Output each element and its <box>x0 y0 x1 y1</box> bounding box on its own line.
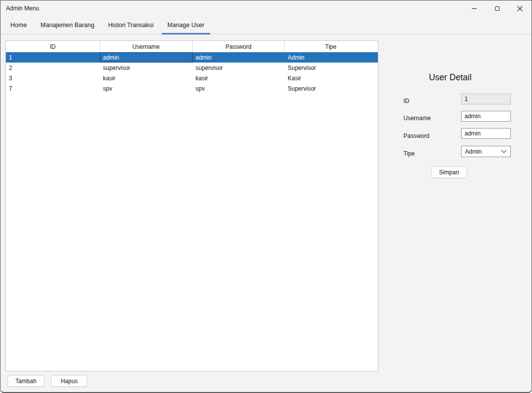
cell-password[interactable]: admin <box>193 52 285 63</box>
tipe-label: Tipe <box>403 148 415 159</box>
password-field[interactable] <box>461 128 511 139</box>
cell-id[interactable]: 2 <box>6 63 100 73</box>
tab-home[interactable]: Home <box>3 16 33 34</box>
cell-username[interactable]: spv <box>100 83 193 94</box>
close-button[interactable] <box>508 0 531 16</box>
tab-histori-transaksi-label: Histori Transaksi <box>108 22 153 29</box>
chevron-down-icon <box>501 150 507 153</box>
cell-password[interactable]: spv <box>193 83 285 94</box>
username-label: Username <box>403 113 431 124</box>
table-row[interactable]: 3 kasir kasir Kasir <box>6 73 378 83</box>
window-controls <box>463 0 531 16</box>
cell-tipe[interactable]: Supervisor <box>285 83 377 94</box>
users-table-header: ID Username Password Tipe <box>6 41 378 52</box>
cell-tipe[interactable]: Admin <box>285 52 377 63</box>
password-label: Password <box>403 131 430 141</box>
active-tab-underline <box>162 33 210 34</box>
minimize-icon <box>472 8 477 9</box>
tambah-button[interactable]: Tambah <box>7 375 44 387</box>
column-header-password[interactable]: Password <box>193 41 285 52</box>
table-row[interactable]: 2 supervisor supervisor Supervisor <box>6 63 378 73</box>
tab-home-label: Home <box>10 22 27 29</box>
minimize-button[interactable] <box>463 0 486 16</box>
tab-manajemen-barang-label: Manajemen Barang <box>40 22 94 29</box>
close-icon <box>517 6 523 11</box>
cell-username[interactable]: supervisor <box>100 63 193 73</box>
username-field[interactable] <box>461 111 511 122</box>
cell-id[interactable]: 3 <box>6 73 100 83</box>
table-row[interactable]: 1 admin admin Admin <box>6 52 378 63</box>
id-field[interactable] <box>461 94 511 104</box>
simpan-button[interactable]: Simpan <box>431 166 467 178</box>
column-header-tipe[interactable]: Tipe <box>285 41 377 52</box>
user-detail-title: User Detail <box>390 72 511 83</box>
tipe-dropdown[interactable]: Admin <box>461 146 511 157</box>
maximize-icon <box>495 6 499 11</box>
cell-password[interactable]: supervisor <box>193 63 285 73</box>
column-header-username[interactable]: Username <box>100 41 193 52</box>
table-row[interactable]: 7 spv spv Supervisor <box>6 83 378 94</box>
users-table: ID Username Password Tipe 1 admin admin … <box>5 40 378 371</box>
app-window: Admin Menu Home Manajemen Barang Hist <box>0 0 532 393</box>
cell-password[interactable]: kasir <box>193 73 285 83</box>
cell-username[interactable]: kasir <box>100 73 193 83</box>
tab-manage-user-label: Manage User <box>167 22 204 29</box>
hapus-button[interactable]: Hapus <box>51 375 87 387</box>
maximize-button[interactable] <box>486 0 508 16</box>
tab-manajemen-barang[interactable]: Manajemen Barang <box>33 16 101 34</box>
window-title: Admin Menu <box>6 0 39 16</box>
tipe-dropdown-value: Admin <box>465 148 482 155</box>
cell-id[interactable]: 7 <box>6 83 100 94</box>
title-bar: Admin Menu <box>0 0 532 16</box>
tab-histori-transaksi[interactable]: Histori Transaksi <box>101 16 160 34</box>
column-header-id[interactable]: ID <box>6 41 100 52</box>
tab-manage-user[interactable]: Manage User <box>161 16 211 34</box>
tab-bar: Home Manajemen Barang Histori Transaksi … <box>0 16 532 34</box>
id-label: ID <box>403 96 409 106</box>
cell-username[interactable]: admin <box>100 52 193 63</box>
cell-tipe[interactable]: Kasir <box>285 73 377 83</box>
cell-tipe[interactable]: Supervisor <box>285 63 377 73</box>
cell-id[interactable]: 1 <box>6 52 100 63</box>
